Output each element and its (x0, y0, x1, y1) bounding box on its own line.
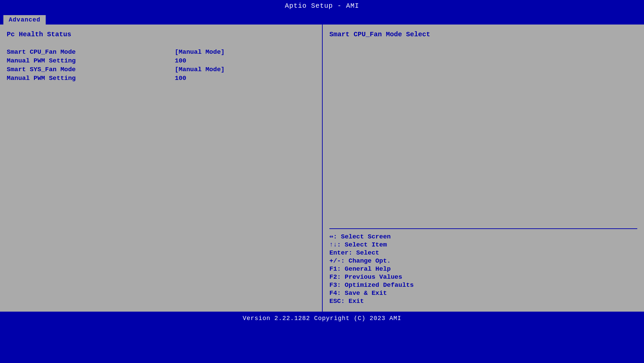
header-title: Aptio Setup - AMI (285, 2, 359, 10)
key-help-save-exit: F4: Save & Exit (329, 289, 637, 297)
footer-text: Version 2.22.1282 Copyright (C) 2023 AMI (243, 315, 401, 322)
setting-value-manual-pwm-1: 100 (175, 57, 186, 64)
key-help-general-help: F1: General Help (329, 265, 637, 273)
setting-label-manual-pwm-1[interactable]: Manual PWM Setting (7, 57, 175, 64)
key-help-optimized-defaults: F3: Optimized Defaults (329, 281, 637, 289)
key-help: ⇔: Select Screen ↑↓: Select Item Enter: … (329, 232, 637, 306)
right-panel: Smart CPU_Fan Mode Select ⇔: Select Scre… (323, 25, 644, 312)
setting-label-sys-fan-mode[interactable]: Smart SYS_Fan Mode (7, 66, 175, 73)
setting-value-manual-pwm-2: 100 (175, 75, 186, 82)
setting-row-3: Smart SYS_Fan Mode [Manual Mode] (7, 66, 315, 73)
setting-row-1: Smart CPU_Fan Mode [Manual Mode] (7, 48, 315, 56)
section-title: Pc Health Status (7, 31, 315, 38)
key-help-esc-exit: ESC: Exit (329, 298, 637, 305)
key-help-change-opt: +/-: Change Opt. (329, 257, 637, 265)
tab-advanced[interactable]: Advanced (3, 15, 46, 25)
setting-row-2: Manual PWM Setting 100 (7, 57, 315, 64)
left-panel: Pc Health Status Smart CPU_Fan Mode [Man… (0, 25, 323, 312)
key-help-enter-select: Enter: Select (329, 249, 637, 257)
setting-value-cpu-fan-mode: [Manual Mode] (175, 48, 225, 56)
key-help-previous-values: F2: Previous Values (329, 273, 637, 281)
footer-bar: Version 2.22.1282 Copyright (C) 2023 AMI (0, 312, 644, 325)
setting-row-4: Manual PWM Setting 100 (7, 75, 315, 82)
setting-label-manual-pwm-2[interactable]: Manual PWM Setting (7, 75, 175, 82)
setting-value-sys-fan-mode: [Manual Mode] (175, 66, 225, 73)
key-help-select-screen: ⇔: Select Screen (329, 232, 637, 240)
menu-bar: Advanced (0, 12, 644, 25)
key-help-select-item: ↑↓: Select Item (329, 241, 637, 248)
right-panel-divider (329, 228, 637, 229)
right-panel-title: Smart CPU_Fan Mode Select (329, 31, 637, 38)
setting-label-cpu-fan-mode[interactable]: Smart CPU_Fan Mode (7, 48, 175, 56)
main-content: Pc Health Status Smart CPU_Fan Mode [Man… (0, 25, 644, 312)
header-bar: Aptio Setup - AMI (0, 0, 644, 12)
